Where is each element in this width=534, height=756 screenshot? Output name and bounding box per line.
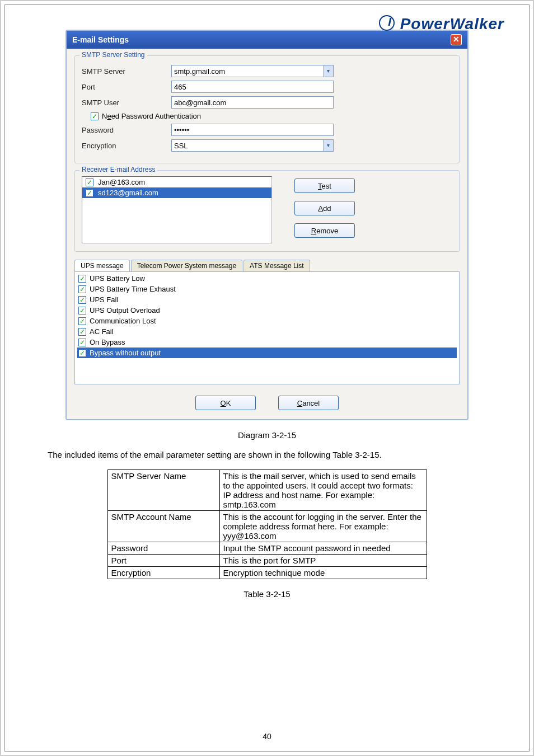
- table-cell-value: Input the SMTP account password in neede…: [219, 542, 427, 555]
- brand-text: PowerWalker: [400, 15, 504, 32]
- message-label: UPS Fail: [90, 295, 118, 304]
- checkbox-icon[interactable]: ✓: [78, 317, 86, 325]
- chevron-down-icon[interactable]: ▾: [323, 140, 333, 151]
- diagram-caption: Diagram 3-2-15: [25, 430, 509, 440]
- encryption-label: Encryption: [82, 142, 171, 150]
- dialog-title-text: E-mail Settings: [72, 35, 129, 44]
- table-cell-key: SMTP Server Name: [107, 470, 219, 511]
- checkbox-icon[interactable]: ✓: [86, 189, 93, 197]
- tab-ats-message[interactable]: ATS Message List: [243, 260, 310, 271]
- checkbox-icon[interactable]: ✓: [78, 307, 86, 314]
- receiver-fieldset: Receiver E-mail Address ✓ Jan@163.com ✓ …: [74, 170, 460, 252]
- password-label: Password: [82, 126, 171, 134]
- message-item[interactable]: ✓UPS Battery Low: [77, 273, 457, 284]
- message-label: UPS Output Overload: [90, 306, 160, 314]
- table-cell-key: Password: [107, 542, 219, 555]
- tab-telecom-message[interactable]: Telecom Power System message: [131, 260, 242, 271]
- parameter-table: SMTP Server NameThis is the mail server,…: [107, 469, 427, 579]
- ok-button[interactable]: OK: [195, 396, 256, 410]
- smtp-legend: SMTP Server Setting: [79, 51, 147, 59]
- table-cell-value: This is the mail server, which is used t…: [219, 470, 427, 511]
- message-label: Bypass without output: [90, 349, 161, 357]
- test-button[interactable]: Test: [294, 179, 355, 193]
- message-label: AC Fail: [90, 327, 114, 336]
- table-cell-value: This is the port for SMTP: [219, 555, 427, 567]
- checkbox-icon[interactable]: ✓: [78, 285, 86, 293]
- receiver-email: Jan@163.com: [98, 178, 145, 186]
- table-row: SMTP Server NameThis is the mail server,…: [107, 470, 427, 511]
- table-cell-key: SMTP Account Name: [107, 511, 219, 542]
- message-tabs-section: UPS message Telecom Power System message…: [74, 260, 460, 384]
- smtp-server-label: SMTP Server: [82, 67, 171, 76]
- message-item[interactable]: ✓UPS Fail: [77, 294, 457, 305]
- add-button[interactable]: Add: [294, 201, 355, 215]
- table-row: SMTP Account NameThis is the account for…: [107, 511, 427, 542]
- smtp-user-label: SMTP User: [82, 98, 171, 107]
- table-caption: Table 3-2-15: [25, 589, 509, 599]
- checkbox-icon[interactable]: ✓: [78, 275, 86, 283]
- port-input[interactable]: [171, 81, 334, 93]
- checkbox-icon[interactable]: ✓: [78, 349, 86, 357]
- smtp-user-input[interactable]: [171, 96, 334, 109]
- table-cell-key: Encryption: [107, 567, 219, 579]
- remove-button[interactable]: Remove: [294, 223, 355, 238]
- message-item[interactable]: ✓Bypass without output: [77, 348, 457, 358]
- cancel-button[interactable]: Cancel: [278, 396, 339, 410]
- page-number: 40: [5, 732, 529, 741]
- table-row: EncryptionEncryption technique mode: [107, 567, 427, 579]
- brand-logo-icon: [379, 15, 395, 31]
- table-cell-key: Port: [107, 555, 219, 567]
- table-cell-value: Encryption technique mode: [219, 567, 427, 579]
- receiver-listbox[interactable]: ✓ Jan@163.com ✓ sd123@gmail.com: [82, 176, 272, 243]
- checkbox-icon[interactable]: ✓: [78, 328, 86, 336]
- message-item[interactable]: ✓On Bypass: [77, 337, 457, 348]
- need-auth-label: Need Password Authentication: [102, 112, 201, 120]
- message-label: On Bypass: [90, 338, 125, 346]
- message-item[interactable]: ✓UPS Output Overload: [77, 305, 457, 316]
- description-text: The included items of the email paramete…: [48, 450, 509, 459]
- email-settings-dialog: E-mail Settings ✕ SMTP Server Setting SM…: [65, 30, 469, 420]
- table-row: PortThis is the port for SMTP: [107, 555, 427, 567]
- message-item[interactable]: ✓AC Fail: [77, 326, 457, 337]
- message-list[interactable]: ✓UPS Battery Low ✓UPS Battery Time Exhau…: [74, 271, 460, 384]
- close-icon[interactable]: ✕: [451, 34, 462, 45]
- message-label: Communication Lost: [90, 317, 156, 325]
- message-label: UPS Battery Time Exhaust: [90, 285, 176, 293]
- table-cell-value: This is the account for logging in the s…: [219, 511, 427, 542]
- message-label: UPS Battery Low: [90, 274, 145, 283]
- smtp-server-input[interactable]: [171, 65, 334, 77]
- need-auth-checkbox[interactable]: ✓: [91, 112, 99, 120]
- password-input[interactable]: [171, 124, 334, 136]
- checkbox-icon[interactable]: ✓: [78, 339, 86, 346]
- checkbox-icon[interactable]: ✓: [78, 296, 86, 304]
- table-row: PasswordInput the SMTP account password …: [107, 542, 427, 555]
- encryption-input[interactable]: [171, 139, 334, 152]
- tabs: UPS message Telecom Power System message…: [74, 260, 460, 271]
- tab-ups-message[interactable]: UPS message: [74, 260, 130, 271]
- list-item[interactable]: ✓ sd123@gmail.com: [82, 187, 271, 198]
- checkbox-icon[interactable]: ✓: [86, 179, 93, 186]
- receiver-legend: Receiver E-mail Address: [79, 166, 157, 173]
- list-item[interactable]: ✓ Jan@163.com: [82, 177, 271, 187]
- receiver-email: sd123@gmail.com: [98, 189, 158, 197]
- dialog-titlebar[interactable]: E-mail Settings ✕: [67, 31, 467, 49]
- smtp-server-fieldset: SMTP Server Setting SMTP Server ▾ Port S…: [74, 55, 460, 163]
- port-label: Port: [82, 83, 171, 91]
- chevron-down-icon[interactable]: ▾: [323, 65, 333, 77]
- message-item[interactable]: ✓Communication Lost: [77, 316, 457, 326]
- message-item[interactable]: ✓UPS Battery Time Exhaust: [77, 284, 457, 294]
